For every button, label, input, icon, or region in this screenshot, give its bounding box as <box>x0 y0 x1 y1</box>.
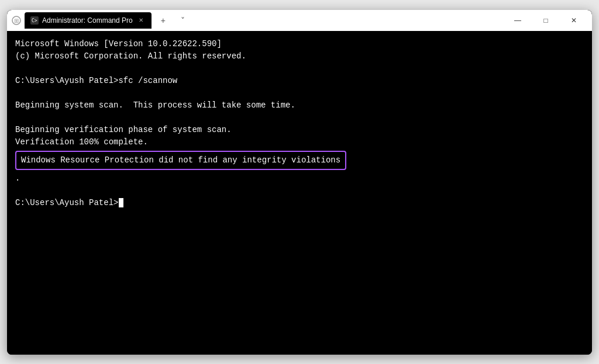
terminal-line-1: Microsoft Windows [Version 10.0.22622.59… <box>15 38 584 50</box>
window-controls: — □ ✕ <box>504 11 587 30</box>
terminal-line-4: Beginning system scan. This process will… <box>15 99 584 112</box>
terminal-line-3: C:\Users\Ayush Patel>sfc /scannow <box>15 75 584 87</box>
terminal-prompt: C:\Users\Ayush Patel> <box>15 197 118 209</box>
svg-text:⊞: ⊞ <box>14 18 19 24</box>
highlighted-line-text: Windows Resource Protection did not find… <box>21 155 340 165</box>
titlebar-left: ⊞ C> Administrator: Command Pro ✕ + <box>12 12 191 29</box>
terminal-blank-3 <box>15 112 584 124</box>
minimize-button[interactable]: — <box>504 11 531 30</box>
tab-close-button[interactable]: ✕ <box>136 16 146 25</box>
terminal-body[interactable]: Microsoft Windows [Version 10.0.22622.59… <box>7 31 592 355</box>
maximize-button[interactable]: □ <box>532 11 559 30</box>
close-button[interactable]: ✕ <box>560 11 587 30</box>
terminal-line-2: (c) Microsoft Corporation. All rights re… <box>15 50 584 63</box>
terminal-line-6: Verification 100% complete. <box>15 136 584 148</box>
terminal-prompt-line: C:\Users\Ayush Patel> <box>15 197 584 209</box>
terminal-line-5: Beginning verification phase of system s… <box>15 124 584 136</box>
terminal-period: . <box>15 172 584 185</box>
terminal-blank-4 <box>15 185 584 197</box>
titlebar: ⊞ C> Administrator: Command Pro ✕ + <box>7 10 592 31</box>
svg-text:C>: C> <box>32 18 37 23</box>
terminal-blank-2 <box>15 87 584 99</box>
terminal-cursor <box>119 198 123 207</box>
dropdown-button[interactable]: ˅ <box>175 12 191 29</box>
active-tab[interactable]: C> Administrator: Command Pro ✕ <box>25 12 152 29</box>
new-tab-button[interactable]: + <box>155 12 171 29</box>
window-system-icon: ⊞ <box>12 16 21 25</box>
tab-label: Administrator: Command Pro <box>42 16 133 25</box>
terminal-window: ⊞ C> Administrator: Command Pro ✕ + <box>7 10 592 355</box>
highlighted-result-box: Windows Resource Protection did not find… <box>15 151 346 170</box>
tab-cmd-icon: C> <box>30 16 39 25</box>
terminal-blank-1 <box>15 63 584 75</box>
